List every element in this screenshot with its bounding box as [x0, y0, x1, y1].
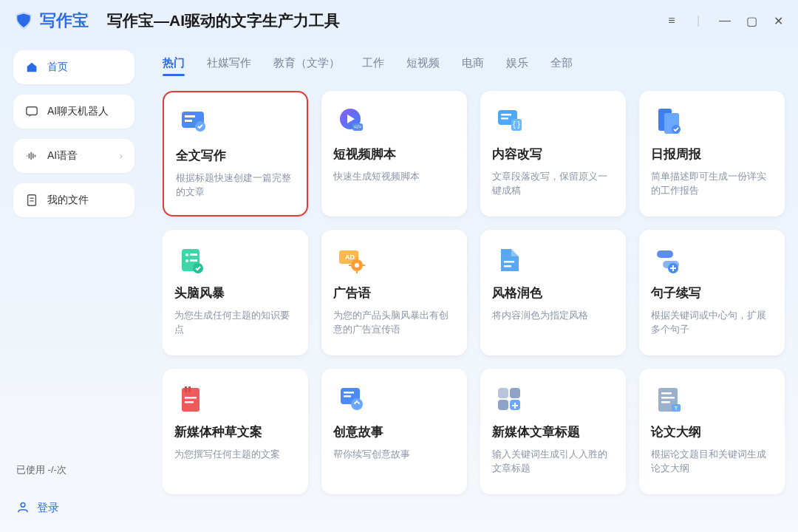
user-icon: [16, 500, 30, 516]
card-title: 短视频脚本: [333, 146, 455, 163]
chevron-right-icon: ›: [120, 151, 123, 161]
sidebar-item-home[interactable]: 首页: [13, 50, 134, 84]
card-title: 句子续写: [651, 284, 773, 301]
card-title: 风格润色: [492, 284, 614, 301]
svg-rect-37: [185, 386, 187, 392]
maximize-button[interactable]: ▢: [745, 14, 758, 28]
card-desc: 为您生成任何主题的知识要点: [174, 309, 296, 337]
tab-all[interactable]: 全部: [550, 56, 573, 76]
brand-name: 写作宝: [40, 10, 89, 32]
tab-work[interactable]: 工作: [362, 56, 384, 76]
card-title: 新媒体文章标题: [492, 423, 614, 440]
card-desc: 根据标题快速创建一篇完整的文章: [176, 171, 295, 200]
sidebar-item-voice[interactable]: AI语音 ›: [13, 139, 134, 173]
separator: |: [692, 14, 705, 27]
svg-rect-31: [504, 261, 514, 263]
card-icon: [333, 382, 367, 416]
sidebar-item-files[interactable]: 我的文件: [13, 183, 134, 217]
card-desc: 为您的产品头脑风暴出有创意的广告宣传语: [333, 309, 455, 337]
tab-education[interactable]: 教育（文学）: [273, 56, 340, 76]
template-card[interactable]: 创意故事 帮你续写创意故事: [321, 369, 467, 494]
card-icon: [492, 243, 526, 277]
svg-rect-52: [661, 401, 670, 403]
template-card[interactable]: T 论文大纲 根据论文题目和关键词生成论文大纲: [639, 369, 785, 494]
svg-rect-32: [504, 265, 511, 267]
svg-text:T: T: [675, 405, 678, 412]
svg-rect-46: [510, 388, 520, 398]
app-logo: 写作宝: [13, 10, 89, 32]
card-title: 头脑风暴: [174, 284, 296, 301]
svg-rect-7: [185, 120, 192, 122]
file-icon: [25, 194, 38, 207]
category-tabs: 热门 社媒写作 教育（文学） 工作 短视频 电商 娱乐 全部: [163, 41, 791, 83]
svg-rect-43: [344, 395, 351, 398]
svg-rect-51: [661, 397, 675, 399]
tab-social[interactable]: 社媒写作: [207, 56, 251, 76]
card-title: 日报周报: [651, 146, 773, 163]
card-title: 论文大纲: [651, 423, 773, 440]
card-icon: { }: [492, 104, 526, 138]
svg-rect-39: [185, 397, 197, 399]
card-icon: [174, 382, 208, 416]
card-title: 内容改写: [492, 146, 614, 163]
voice-icon: [25, 149, 38, 163]
svg-text:{ }: { }: [513, 120, 520, 129]
sidebar-label: AI聊天机器人: [47, 105, 109, 118]
card-desc: 简单描述即可生成一份详实的工作报告: [651, 170, 773, 198]
svg-rect-40: [185, 401, 194, 403]
card-icon: [651, 243, 685, 277]
svg-point-4: [21, 502, 25, 507]
template-card[interactable]: { } 内容改写 文章段落改写，保留原义一键成稿: [480, 91, 626, 216]
sidebar-label: 我的文件: [47, 194, 89, 207]
svg-rect-33: [657, 250, 673, 258]
minimize-button[interactable]: —: [718, 14, 732, 27]
card-icon: [174, 243, 208, 277]
card-desc: 为您撰写任何主题的文案: [174, 448, 296, 462]
tab-hot[interactable]: 热门: [163, 56, 185, 76]
svg-rect-14: [501, 114, 511, 116]
card-title: 新媒体种草文案: [174, 423, 296, 440]
card-desc: 文章段落改写，保留原义一键成稿: [492, 170, 614, 198]
svg-point-24: [185, 259, 188, 262]
template-card[interactable]: 头脑风暴 为您生成任何主题的知识要点: [163, 230, 308, 355]
card-icon: [176, 106, 210, 140]
svg-rect-47: [498, 400, 508, 410]
template-card[interactable]: </> 短视频脚本 快速生成短视频脚本: [321, 91, 467, 216]
card-icon: [651, 104, 685, 138]
chat-icon: [25, 105, 38, 118]
card-icon: AD: [333, 243, 367, 277]
card-desc: 根据论文题目和关键词生成论文大纲: [651, 448, 773, 476]
menu-icon[interactable]: ≡: [665, 14, 678, 27]
tab-entertainment[interactable]: 娱乐: [506, 56, 528, 76]
login-button[interactable]: 登录: [13, 493, 134, 523]
template-card[interactable]: AD 广告语 为您的产品头脑风暴出有创意的广告宣传语: [321, 230, 467, 355]
tab-shortvideo[interactable]: 短视频: [406, 56, 440, 76]
sidebar-item-chatbot[interactable]: AI聊天机器人: [13, 95, 134, 129]
template-card[interactable]: 全文写作 根据标题快速创建一篇完整的文章: [163, 91, 308, 216]
svg-rect-50: [661, 392, 672, 395]
svg-rect-45: [498, 388, 508, 398]
template-card[interactable]: 句子续写 根据关键词或中心句，扩展多个句子: [639, 230, 785, 355]
close-button[interactable]: ✕: [771, 14, 785, 28]
card-desc: 根据关键词或中心句，扩展多个句子: [651, 309, 773, 337]
app-title: 写作宝—AI驱动的文字生产力工具: [107, 10, 665, 31]
template-card[interactable]: 新媒体种草文案 为您撰写任何主题的文案: [163, 369, 308, 494]
svg-rect-6: [185, 115, 195, 117]
template-card[interactable]: 风格润色 将内容润色为指定风格: [480, 230, 626, 355]
tab-ecommerce[interactable]: 电商: [462, 56, 484, 76]
template-card[interactable]: 日报周报 简单描述即可生成一份详实的工作报告: [639, 91, 785, 216]
svg-rect-42: [344, 392, 354, 394]
sidebar-label: AI语音: [47, 149, 78, 163]
card-desc: 将内容润色为指定风格: [492, 309, 614, 323]
svg-rect-38: [188, 386, 191, 392]
svg-text:AD: AD: [345, 253, 355, 261]
template-card[interactable]: 新媒体文章标题 输入关键词生成引人入胜的文章标题: [480, 369, 626, 494]
login-label: 登录: [37, 501, 59, 515]
card-icon: [492, 382, 526, 416]
card-title: 广告语: [333, 284, 455, 301]
card-desc: 输入关键词生成引人入胜的文章标题: [492, 448, 614, 476]
card-icon: </>: [333, 104, 367, 138]
card-desc: 帮你续写创意故事: [333, 448, 455, 462]
svg-rect-23: [190, 253, 197, 256]
svg-rect-25: [190, 259, 197, 262]
